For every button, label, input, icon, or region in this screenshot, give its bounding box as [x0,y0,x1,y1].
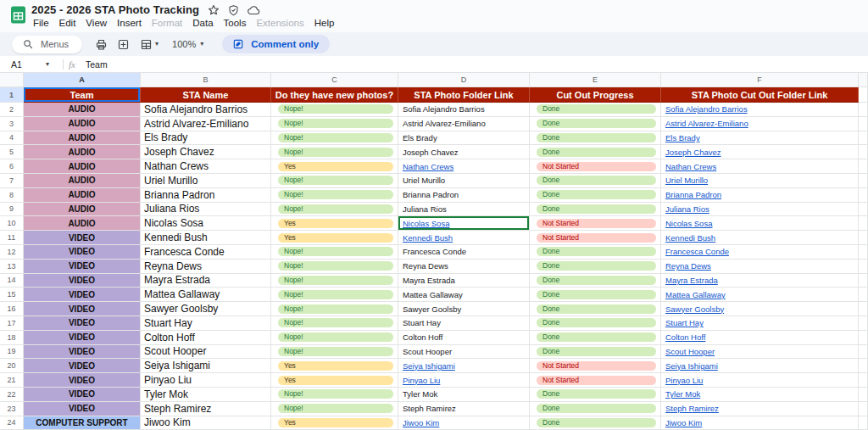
photo-folder-cell[interactable]: Pinyao Liu [398,373,530,388]
new-photos-cell[interactable]: Nope! [271,288,398,302]
row-number[interactable]: 23 [0,402,24,416]
team-cell[interactable]: AUDIO [24,203,141,217]
progress-cell[interactable]: Done [530,316,661,331]
progress-chip[interactable]: Done [537,247,656,256]
empty-cell[interactable] [859,373,868,388]
sta-name-cell[interactable]: Pinyao Liu [141,373,271,388]
menu-item-tools[interactable]: Tools [219,17,252,29]
row-number[interactable]: 15 [0,288,24,302]
row-number[interactable]: 24 [0,416,24,430]
team-cell[interactable]: AUDIO [24,131,141,146]
header-cell-cut-out-folder-link[interactable]: STA Photo Cut Out Folder Link [661,87,859,103]
sta-name-cell[interactable]: Jiwoo Kim [141,416,271,430]
team-cell[interactable]: AUDIO [24,117,141,131]
sta-name-cell[interactable]: Els Brady [141,131,271,146]
progress-cell[interactable]: Not Started [530,159,661,174]
header-cell-sta-name[interactable]: STA Name [141,87,271,103]
paint-grid-icon[interactable]: ▾ [138,37,160,52]
sta-name-cell[interactable]: Sawyer Goolsby [141,302,271,316]
cutout-folder-cell[interactable]: Nicolas Sosa [661,216,859,231]
sta-name-cell[interactable]: Colton Hoff [141,331,271,345]
new-photos-cell[interactable]: Nope! [271,174,398,188]
photo-folder-cell[interactable]: Brianna Padron [398,188,530,203]
new-photos-chip[interactable]: Nope! [278,290,393,299]
photo-folder-cell[interactable]: Reyna Dews [398,260,530,274]
menu-item-format[interactable]: Format [147,17,187,29]
cutout-folder-link[interactable]: Kennedi Bush [665,233,715,243]
photo-folder-cell[interactable]: Colton Hoff [398,331,530,345]
photo-folder-cell[interactable]: Sofia Alejandro Barrios [398,103,530,117]
team-cell[interactable]: AUDIO [24,216,141,231]
new-photos-chip[interactable]: Nope! [278,261,393,271]
new-photos-chip[interactable]: Nope! [278,119,393,128]
progress-chip[interactable]: Done [537,104,656,114]
row-number[interactable]: 5 [0,145,24,159]
progress-cell[interactable]: Done [530,302,661,316]
new-photos-chip[interactable]: Yes [278,376,393,385]
cutout-folder-link[interactable]: Stuart Hay [665,318,704,327]
new-photos-chip[interactable]: Yes [278,233,393,243]
row-number[interactable]: 16 [0,302,24,316]
empty-cell[interactable] [859,245,868,260]
empty-cell[interactable] [859,188,868,203]
cutout-folder-link[interactable]: Steph Ramirez [665,404,719,413]
new-photos-cell[interactable]: Yes [271,416,398,430]
new-photos-chip[interactable]: Nope! [278,104,393,114]
menu-item-edit[interactable]: Edit [54,17,81,29]
row-number[interactable]: 10 [0,216,24,231]
row-number[interactable]: 22 [0,388,24,402]
new-photos-cell[interactable]: Nope! [271,331,398,345]
team-cell[interactable]: AUDIO [24,103,141,117]
progress-cell[interactable]: Done [530,188,661,203]
cutout-folder-link[interactable]: Astrid Alvarez-Emiliano [665,119,748,128]
zoom-control[interactable]: 100% ▾ [172,39,203,49]
team-cell[interactable]: VIDEO [24,260,141,274]
photo-folder-text[interactable]: Jiwoo Kim [403,418,439,427]
menu-item-file[interactable]: File [28,17,54,29]
empty-cell[interactable] [859,302,868,316]
cutout-folder-cell[interactable]: Seiya Ishigami [661,359,859,373]
cutout-folder-link[interactable]: Mayra Estrada [665,276,718,285]
photo-folder-cell[interactable]: Nathan Crews [398,159,530,174]
row-number[interactable]: 21 [0,373,24,388]
new-photos-chip[interactable]: Nope! [278,176,393,185]
menu-item-view[interactable]: View [81,17,112,29]
empty-cell[interactable] [859,203,868,217]
progress-cell[interactable]: Done [530,203,661,217]
empty-cell[interactable] [859,388,868,402]
row-number[interactable]: 19 [0,345,24,360]
sta-name-cell[interactable]: Sofia Alejandro Barrios [141,103,271,117]
cutout-folder-link[interactable]: Nathan Crews [665,162,716,171]
sta-name-cell[interactable]: Tyler Mok [141,388,271,402]
new-photos-chip[interactable]: Nope! [278,276,393,285]
empty-cell[interactable] [859,345,868,360]
column-header-d[interactable]: D [398,73,530,87]
new-photos-chip[interactable]: Nope! [278,304,393,314]
header-cell-new-photos[interactable]: Do they have new photos? [271,87,398,103]
empty-cell[interactable] [859,145,868,159]
printer-icon[interactable] [94,37,108,52]
team-cell[interactable]: VIDEO [24,373,141,388]
header-cell-cut-out-progress[interactable]: Cut Out Progress [530,87,661,103]
select-all-corner[interactable] [0,73,24,87]
header-cell-photo-folder-link[interactable]: STA Photo Folder Link [398,87,530,103]
new-photos-cell[interactable]: Nope! [271,302,398,316]
sta-name-cell[interactable]: Reyna Dews [141,260,271,274]
row-number[interactable]: 7 [0,174,24,188]
row-number[interactable]: 4 [0,131,24,146]
new-photos-cell[interactable]: Nope! [271,188,398,203]
new-photos-chip[interactable]: Nope! [278,148,393,157]
photo-folder-cell[interactable]: Stuart Hay [398,316,530,331]
progress-chip[interactable]: Done [537,190,656,199]
progress-chip[interactable]: Done [537,148,656,157]
cutout-folder-cell[interactable]: Sofia Alejandro Barrios [661,103,859,117]
progress-cell[interactable]: Done [530,174,661,188]
cutout-folder-cell[interactable]: Colton Hoff [661,331,859,345]
team-cell[interactable]: VIDEO [24,316,141,331]
photo-folder-cell[interactable]: Mattea Gallaway [398,288,530,302]
sta-name-cell[interactable]: Stuart Hay [141,316,271,331]
empty-cell[interactable] [859,159,868,174]
progress-chip[interactable]: Done [537,389,656,399]
team-cell[interactable]: VIDEO [24,288,141,302]
new-photos-cell[interactable]: Nope! [271,245,398,260]
